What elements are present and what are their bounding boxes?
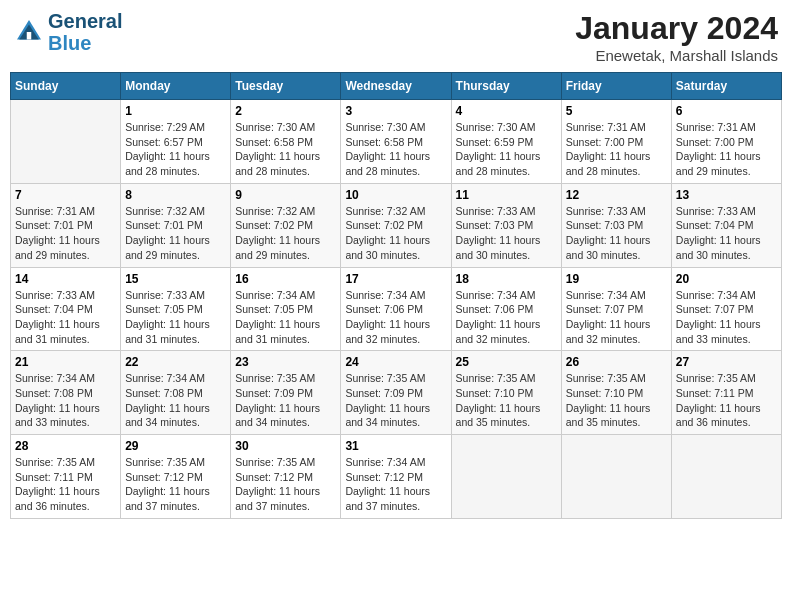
table-row: 16Sunrise: 7:34 AM Sunset: 7:05 PM Dayli… <box>231 267 341 351</box>
day-number: 26 <box>566 355 667 369</box>
table-row: 28Sunrise: 7:35 AM Sunset: 7:11 PM Dayli… <box>11 435 121 519</box>
day-number: 6 <box>676 104 777 118</box>
day-info: Sunrise: 7:34 AM Sunset: 7:07 PM Dayligh… <box>676 288 777 347</box>
day-number: 18 <box>456 272 557 286</box>
table-row: 11Sunrise: 7:33 AM Sunset: 7:03 PM Dayli… <box>451 183 561 267</box>
table-row: 25Sunrise: 7:35 AM Sunset: 7:10 PM Dayli… <box>451 351 561 435</box>
day-info: Sunrise: 7:35 AM Sunset: 7:12 PM Dayligh… <box>125 455 226 514</box>
logo-text: General Blue <box>48 10 122 54</box>
table-row: 2Sunrise: 7:30 AM Sunset: 6:58 PM Daylig… <box>231 100 341 184</box>
day-number: 9 <box>235 188 336 202</box>
table-row: 21Sunrise: 7:34 AM Sunset: 7:08 PM Dayli… <box>11 351 121 435</box>
header-monday: Monday <box>121 73 231 100</box>
table-row <box>561 435 671 519</box>
table-row: 22Sunrise: 7:34 AM Sunset: 7:08 PM Dayli… <box>121 351 231 435</box>
day-info: Sunrise: 7:35 AM Sunset: 7:12 PM Dayligh… <box>235 455 336 514</box>
day-info: Sunrise: 7:30 AM Sunset: 6:58 PM Dayligh… <box>235 120 336 179</box>
table-row: 8Sunrise: 7:32 AM Sunset: 7:01 PM Daylig… <box>121 183 231 267</box>
day-info: Sunrise: 7:33 AM Sunset: 7:04 PM Dayligh… <box>15 288 116 347</box>
calendar-week-row: 1Sunrise: 7:29 AM Sunset: 6:57 PM Daylig… <box>11 100 782 184</box>
day-number: 28 <box>15 439 116 453</box>
day-info: Sunrise: 7:31 AM Sunset: 7:00 PM Dayligh… <box>566 120 667 179</box>
day-info: Sunrise: 7:35 AM Sunset: 7:11 PM Dayligh… <box>15 455 116 514</box>
table-row: 27Sunrise: 7:35 AM Sunset: 7:11 PM Dayli… <box>671 351 781 435</box>
calendar-week-row: 7Sunrise: 7:31 AM Sunset: 7:01 PM Daylig… <box>11 183 782 267</box>
table-row: 24Sunrise: 7:35 AM Sunset: 7:09 PM Dayli… <box>341 351 451 435</box>
calendar-subtitle: Enewetak, Marshall Islands <box>575 47 778 64</box>
day-number: 15 <box>125 272 226 286</box>
day-number: 4 <box>456 104 557 118</box>
header-saturday: Saturday <box>671 73 781 100</box>
table-row: 10Sunrise: 7:32 AM Sunset: 7:02 PM Dayli… <box>341 183 451 267</box>
day-number: 13 <box>676 188 777 202</box>
title-section: January 2024 Enewetak, Marshall Islands <box>575 10 778 64</box>
table-row: 4Sunrise: 7:30 AM Sunset: 6:59 PM Daylig… <box>451 100 561 184</box>
day-info: Sunrise: 7:30 AM Sunset: 6:59 PM Dayligh… <box>456 120 557 179</box>
day-number: 10 <box>345 188 446 202</box>
day-info: Sunrise: 7:34 AM Sunset: 7:06 PM Dayligh… <box>345 288 446 347</box>
day-info: Sunrise: 7:31 AM Sunset: 7:01 PM Dayligh… <box>15 204 116 263</box>
day-number: 12 <box>566 188 667 202</box>
day-info: Sunrise: 7:30 AM Sunset: 6:58 PM Dayligh… <box>345 120 446 179</box>
day-number: 22 <box>125 355 226 369</box>
table-row: 17Sunrise: 7:34 AM Sunset: 7:06 PM Dayli… <box>341 267 451 351</box>
table-row: 18Sunrise: 7:34 AM Sunset: 7:06 PM Dayli… <box>451 267 561 351</box>
calendar-title: January 2024 <box>575 10 778 47</box>
table-row: 7Sunrise: 7:31 AM Sunset: 7:01 PM Daylig… <box>11 183 121 267</box>
day-info: Sunrise: 7:29 AM Sunset: 6:57 PM Dayligh… <box>125 120 226 179</box>
table-row: 13Sunrise: 7:33 AM Sunset: 7:04 PM Dayli… <box>671 183 781 267</box>
day-number: 25 <box>456 355 557 369</box>
day-number: 2 <box>235 104 336 118</box>
calendar-week-row: 14Sunrise: 7:33 AM Sunset: 7:04 PM Dayli… <box>11 267 782 351</box>
calendar-week-row: 21Sunrise: 7:34 AM Sunset: 7:08 PM Dayli… <box>11 351 782 435</box>
day-number: 19 <box>566 272 667 286</box>
calendar-week-row: 28Sunrise: 7:35 AM Sunset: 7:11 PM Dayli… <box>11 435 782 519</box>
day-number: 31 <box>345 439 446 453</box>
day-info: Sunrise: 7:35 AM Sunset: 7:11 PM Dayligh… <box>676 371 777 430</box>
day-info: Sunrise: 7:34 AM Sunset: 7:07 PM Dayligh… <box>566 288 667 347</box>
day-number: 23 <box>235 355 336 369</box>
header-tuesday: Tuesday <box>231 73 341 100</box>
day-info: Sunrise: 7:35 AM Sunset: 7:10 PM Dayligh… <box>566 371 667 430</box>
day-info: Sunrise: 7:32 AM Sunset: 7:02 PM Dayligh… <box>235 204 336 263</box>
table-row <box>671 435 781 519</box>
day-number: 21 <box>15 355 116 369</box>
day-number: 24 <box>345 355 446 369</box>
table-row: 30Sunrise: 7:35 AM Sunset: 7:12 PM Dayli… <box>231 435 341 519</box>
calendar-table: Sunday Monday Tuesday Wednesday Thursday… <box>10 72 782 519</box>
table-row: 29Sunrise: 7:35 AM Sunset: 7:12 PM Dayli… <box>121 435 231 519</box>
day-number: 29 <box>125 439 226 453</box>
table-row: 14Sunrise: 7:33 AM Sunset: 7:04 PM Dayli… <box>11 267 121 351</box>
table-row: 5Sunrise: 7:31 AM Sunset: 7:00 PM Daylig… <box>561 100 671 184</box>
table-row <box>11 100 121 184</box>
table-row: 23Sunrise: 7:35 AM Sunset: 7:09 PM Dayli… <box>231 351 341 435</box>
day-info: Sunrise: 7:33 AM Sunset: 7:05 PM Dayligh… <box>125 288 226 347</box>
day-info: Sunrise: 7:35 AM Sunset: 7:10 PM Dayligh… <box>456 371 557 430</box>
header-sunday: Sunday <box>11 73 121 100</box>
table-row: 20Sunrise: 7:34 AM Sunset: 7:07 PM Dayli… <box>671 267 781 351</box>
day-number: 3 <box>345 104 446 118</box>
day-info: Sunrise: 7:32 AM Sunset: 7:01 PM Dayligh… <box>125 204 226 263</box>
day-info: Sunrise: 7:34 AM Sunset: 7:06 PM Dayligh… <box>456 288 557 347</box>
day-info: Sunrise: 7:34 AM Sunset: 7:08 PM Dayligh… <box>125 371 226 430</box>
logo: General Blue <box>14 10 122 54</box>
day-info: Sunrise: 7:35 AM Sunset: 7:09 PM Dayligh… <box>235 371 336 430</box>
table-row: 19Sunrise: 7:34 AM Sunset: 7:07 PM Dayli… <box>561 267 671 351</box>
page-header: General Blue January 2024 Enewetak, Mars… <box>10 10 782 64</box>
day-info: Sunrise: 7:34 AM Sunset: 7:08 PM Dayligh… <box>15 371 116 430</box>
svg-rect-2 <box>27 32 32 40</box>
day-info: Sunrise: 7:35 AM Sunset: 7:09 PM Dayligh… <box>345 371 446 430</box>
table-row: 26Sunrise: 7:35 AM Sunset: 7:10 PM Dayli… <box>561 351 671 435</box>
header-wednesday: Wednesday <box>341 73 451 100</box>
day-info: Sunrise: 7:33 AM Sunset: 7:03 PM Dayligh… <box>456 204 557 263</box>
table-row <box>451 435 561 519</box>
table-row: 3Sunrise: 7:30 AM Sunset: 6:58 PM Daylig… <box>341 100 451 184</box>
table-row: 31Sunrise: 7:34 AM Sunset: 7:12 PM Dayli… <box>341 435 451 519</box>
table-row: 12Sunrise: 7:33 AM Sunset: 7:03 PM Dayli… <box>561 183 671 267</box>
day-number: 8 <box>125 188 226 202</box>
table-row: 15Sunrise: 7:33 AM Sunset: 7:05 PM Dayli… <box>121 267 231 351</box>
day-number: 7 <box>15 188 116 202</box>
header-thursday: Thursday <box>451 73 561 100</box>
day-info: Sunrise: 7:32 AM Sunset: 7:02 PM Dayligh… <box>345 204 446 263</box>
header-friday: Friday <box>561 73 671 100</box>
